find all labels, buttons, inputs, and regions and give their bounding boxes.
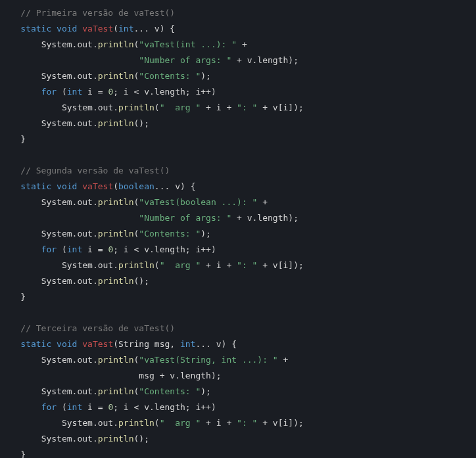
code-token: " arg " [160,418,201,428]
code-token: . [93,276,98,286]
code-token: ); [201,386,211,396]
code-token: . [149,87,155,97]
code-token: println [98,39,134,49]
code-token: out [77,386,92,396]
code-token: length [257,55,288,65]
code-token: ; i++) [185,244,216,254]
code-token: ... v) { [134,24,176,34]
code-token: out [98,103,113,112]
code-token: + v [231,55,252,65]
code-token: out [77,276,92,286]
code-token: " arg " [160,103,201,112]
code-token: ; i < v [113,402,149,412]
code-token: System [62,103,93,112]
code-token: + v[i]); [257,418,303,428]
code-token: void [57,339,77,349]
code-token: boolean [118,181,155,191]
code-token: . [175,371,180,380]
code-token: "vaTest(String, int ...): " [139,355,277,365]
code-token: ": " [237,260,257,270]
code-token: ( [113,24,118,34]
code-token: ": " [237,418,257,428]
code-token: length [155,402,185,412]
code-token: // Primeira versão de vaTest() [20,8,175,18]
code-token: . [113,103,118,112]
code-token: + i + [201,103,237,112]
code-token: "Contents: " [139,229,201,239]
code-token: + i + [201,260,237,270]
code-token: vaTest [82,181,113,191]
code-token: } [0,449,26,458]
code-token: ); [201,229,211,239]
code-token: out [77,71,92,81]
code-token: ... v) { [195,339,237,349]
code-block: // Primeira versão de vaTest() static vo… [0,0,476,458]
code-token: ... v) { [155,181,196,191]
code-token: ( [57,87,67,97]
code-token: ; i < v [113,87,149,97]
code-token: . [93,355,98,365]
code-token: int [67,87,82,97]
code-token: System [41,355,72,365]
code-token: println [98,434,134,444]
code-token: "Number of args: " [139,213,231,223]
code-token: + [278,355,293,365]
code-token: + i + [201,418,237,428]
code-token: ": " [237,103,257,112]
code-token: length [180,371,211,380]
code-token: . [113,260,118,270]
code-token: out [77,434,92,444]
code-token: ( [57,244,67,254]
code-token: "Contents: " [139,386,201,396]
code-token: . [93,118,98,128]
java-code: // Primeira versão de vaTest() static vo… [0,8,304,458]
code-token: . [93,229,98,239]
code-token: length [155,244,185,254]
code-token: // Segunda versão de vaTest() [20,166,170,175]
code-token: System [41,118,72,128]
code-token: // Terceira versão de vaTest() [20,323,175,333]
code-token: String msg, [118,339,180,349]
code-token: ); [288,55,298,65]
code-token: System [41,39,72,49]
code-token: for [41,87,57,97]
code-token: ( [155,418,160,428]
code-token: + v[i]); [257,103,303,112]
code-token: "Contents: " [139,71,201,81]
code-token: println [118,418,155,428]
code-token: ( [155,260,160,270]
code-token: . [93,260,98,270]
code-token: + v[i]); [257,260,303,270]
code-token: ( [113,181,118,191]
code-token: for [41,402,57,412]
code-token: println [98,229,134,239]
code-token: . [149,402,155,412]
code-token: System [41,434,72,444]
code-token: println [118,103,155,112]
code-token: . [93,418,98,428]
code-token: . [93,197,98,207]
code-token: (); [134,276,149,286]
code-token: static [20,181,51,191]
code-token: . [93,39,98,49]
code-token: out [77,197,92,207]
code-token: length [155,87,185,97]
code-token: "Number of args: " [139,55,231,65]
code-token: ( [57,402,67,412]
code-token: System [41,386,72,396]
code-token: + v [231,213,252,223]
code-token: ( [113,339,118,349]
code-token: "vaTest(boolean ...): " [139,197,257,207]
code-token: msg + v [0,371,175,380]
code-token: out [77,118,92,128]
code-token: (); [134,118,149,128]
code-token: + [237,39,252,49]
code-token: ); [211,371,222,380]
code-token: i = [82,87,108,97]
code-token: System [41,71,72,81]
code-token: println [98,71,134,81]
code-token: println [98,197,134,207]
code-token: println [98,118,134,128]
code-token: println [98,355,134,365]
code-token: out [98,260,113,270]
